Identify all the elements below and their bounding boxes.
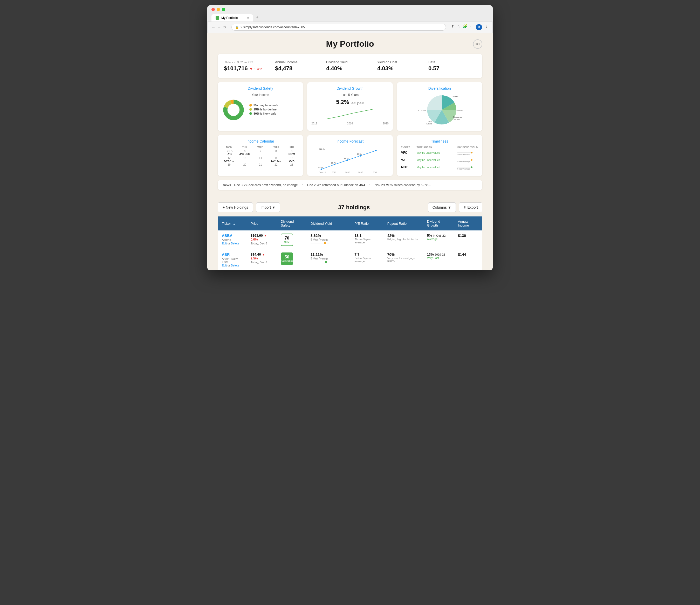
- col-growth[interactable]: Dividend Growth: [423, 216, 454, 231]
- div-yield-avg-abbv: 5-Year Average: [310, 238, 346, 246]
- back-button[interactable]: ←: [212, 25, 215, 29]
- url-box[interactable]: 🔒 2.simplysafedividends.com/accounts/847…: [231, 24, 446, 31]
- safety-legend: 5% may be unsafe 15% is borderline 80% i…: [249, 104, 278, 116]
- svg-text:2032: 2032: [345, 171, 350, 174]
- safety-subtitle: Your Income: [222, 93, 299, 97]
- dividend-safety-title[interactable]: Dividend Safety: [222, 86, 299, 90]
- timeliness-row-vz: VZ May be undervalued 5-Year Average: [401, 157, 478, 162]
- price-cell-abr: $14.40 ▼ 2.5% Today, Dec 5: [247, 249, 277, 270]
- row-actions-abr: Edit or Delete: [222, 264, 242, 267]
- new-holdings-button[interactable]: + New Holdings: [218, 203, 253, 212]
- col-safety[interactable]: Dividend Safety: [277, 216, 306, 231]
- dividend-safety-widget: Dividend Safety Your Income 5%: [218, 82, 303, 131]
- yield-on-cost-value: 4.03%: [377, 65, 422, 72]
- bookmark-icon[interactable]: ☆: [457, 24, 460, 30]
- col-pe[interactable]: P/E Ratio: [350, 216, 383, 231]
- news-label: News: [223, 183, 231, 187]
- row-actions-abbv: Edit or Delete: [222, 242, 242, 245]
- fullscreen-button[interactable]: [222, 8, 225, 11]
- forecast-chart: $12.2k $4.4k $5.7k $7.4k $9.5k: [311, 146, 389, 175]
- ticker-link-abr[interactable]: ABR: [222, 253, 242, 257]
- growth-period: Last 5 Years: [311, 93, 389, 97]
- tab-close-button[interactable]: ×: [247, 16, 249, 20]
- income-forecast-title[interactable]: Income Forecast: [311, 139, 389, 143]
- growth-chart: [311, 106, 389, 122]
- timeliness-header: TICKER TIMELINESS DIVIDEND YIELD: [401, 146, 478, 149]
- svg-text:6 Others: 6 Others: [418, 109, 426, 111]
- menu-icon[interactable]: ⋮: [485, 24, 488, 30]
- extensions-icon[interactable]: 🧩: [463, 24, 467, 30]
- browser-actions: ⬆ ☆ 🧩 ▭ B ⋮: [451, 24, 488, 30]
- col-payout[interactable]: Payout Ratio: [383, 216, 423, 231]
- safety-badge-abbv: 70 Safe: [281, 234, 293, 246]
- pe-value-abr: 7.7: [354, 253, 379, 257]
- diversification-title[interactable]: Diversification: [401, 86, 478, 90]
- profile-icon[interactable]: B: [476, 24, 482, 30]
- col-yield[interactable]: Dividend Yield: [306, 216, 350, 231]
- export-button[interactable]: ⬇ Export: [459, 203, 482, 212]
- tab-favicon: [216, 16, 219, 20]
- col-price[interactable]: Price: [247, 216, 277, 231]
- svg-point-32: [471, 159, 472, 161]
- diversification-pie-chart: Utilities Healthcare Consumer Staples Re…: [416, 93, 463, 127]
- delete-link-abr[interactable]: Delete: [231, 264, 239, 267]
- svg-text:Real: Real: [428, 121, 432, 123]
- edit-link-abbv[interactable]: Edit: [222, 242, 227, 245]
- widgets-grid-top: Dividend Safety Your Income 5%: [218, 82, 482, 131]
- holdings-section: + New Holdings Import ▼ 37 holdings Colu…: [207, 198, 493, 270]
- svg-point-3: [228, 105, 239, 115]
- address-bar: ← → ↻ 🔒 2.simplysafedividends.com/accoun…: [207, 22, 493, 33]
- news-item-3: Nov 29 MRK raises dividend by 5.8%...: [374, 183, 431, 187]
- timeliness-title[interactable]: Timeliness: [401, 139, 478, 143]
- svg-text:$4.4k: $4.4k: [318, 166, 324, 169]
- news-item-1: Dec 3 VZ declares next dividend, no chan…: [234, 183, 298, 187]
- col-income[interactable]: Annual Income: [454, 216, 482, 231]
- income-calendar-title[interactable]: Income Calendar: [222, 139, 299, 143]
- dg-label-abbv: Average: [427, 237, 450, 241]
- div-yield-value-abr: 11.11%: [310, 253, 346, 257]
- forward-button[interactable]: →: [218, 25, 221, 29]
- yield-on-cost-metric: Yield on Cost 4.03%: [374, 59, 425, 73]
- svg-text:Utilities: Utilities: [452, 96, 458, 98]
- refresh-button[interactable]: ↻: [223, 25, 226, 29]
- active-tab[interactable]: My Portfolio ×: [211, 14, 253, 22]
- annual-income-value: $4,478: [275, 65, 320, 72]
- balance-value: $101,716 ▼ 1.4%: [224, 65, 269, 72]
- safety-cell-abr: 50 Borderline: [277, 249, 306, 270]
- columns-button[interactable]: Columns ▼: [428, 203, 456, 212]
- ticker-link-abbv[interactable]: ABBV: [222, 234, 242, 238]
- safety-donut-chart: [222, 98, 245, 122]
- diversification-widget: Diversification: [397, 82, 482, 131]
- dividend-yield-metric: Dividend Yield 4.40%: [323, 59, 374, 73]
- table-row: ABBV AbbVie Edit or Delete $163.60 ▼ 0.0…: [218, 231, 482, 249]
- minimize-button[interactable]: [217, 8, 220, 11]
- ticker-sort-icon: ▲: [233, 222, 235, 225]
- dividend-growth-title[interactable]: Dividend Growth: [311, 86, 389, 90]
- holdings-toolbar: + New Holdings Import ▼ 37 holdings Colu…: [218, 203, 482, 212]
- close-button[interactable]: [211, 8, 215, 11]
- edit-link-abr[interactable]: Edit: [222, 264, 227, 267]
- div-yield-value-abbv: 3.62%: [310, 234, 346, 238]
- holdings-count: 37 holdings: [283, 204, 425, 211]
- balance-label: Balance 3:32pm EST: [224, 60, 269, 64]
- ticker-cell-abr: ABR Arbor Realty Trust Edit or Delete: [218, 249, 247, 270]
- income-cell-abr: $144: [454, 249, 482, 270]
- browser-window: My Portfolio × + ← → ↻ 🔒 2.simplysafediv…: [207, 5, 493, 270]
- dg-value-abr: 13% 2020-21: [427, 253, 450, 256]
- borderline-dot: [249, 108, 252, 111]
- growth-cell-abbv: 5% in Oct '22 Average: [423, 231, 454, 249]
- share-icon[interactable]: ⬆: [451, 24, 454, 30]
- new-tab-button[interactable]: +: [253, 13, 261, 22]
- svg-point-39: [324, 242, 326, 244]
- company-name-abbv: AbbVie: [222, 238, 242, 241]
- svg-text:Current: Current: [319, 171, 326, 174]
- svg-text:$7.4k: $7.4k: [344, 157, 349, 160]
- safe-dot: [249, 112, 252, 115]
- table-row: ABR Arbor Realty Trust Edit or Delete $1…: [218, 249, 482, 270]
- unsafe-dot: [249, 104, 252, 107]
- sidebar-icon[interactable]: ▭: [470, 24, 473, 30]
- more-options-button[interactable]: •••: [473, 40, 482, 49]
- delete-link-abbv[interactable]: Delete: [231, 242, 239, 245]
- import-button[interactable]: Import ▼: [256, 203, 280, 212]
- payout-cell-abbv: 42% Edging high for biotechs: [383, 231, 423, 249]
